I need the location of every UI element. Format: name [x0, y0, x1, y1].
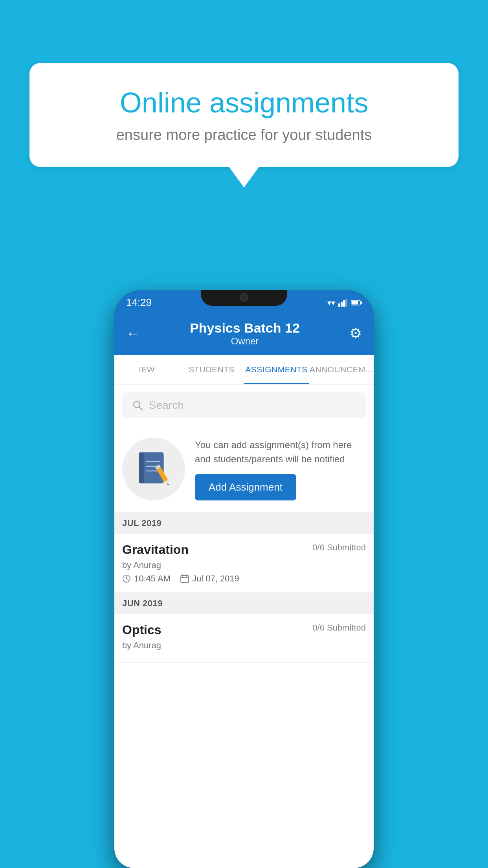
- assignment-right: You can add assignment(s) from here and …: [195, 438, 366, 500]
- meta-time-text: 10:45 AM: [134, 574, 171, 584]
- tab-view[interactable]: IEW: [114, 355, 179, 384]
- svg-rect-5: [360, 302, 362, 304]
- tab-students[interactable]: STUDENTS: [179, 355, 244, 384]
- add-assignment-button[interactable]: Add Assignment: [195, 474, 296, 500]
- meta-time: 10:45 AM: [122, 574, 171, 584]
- assignment-name: Gravitation: [122, 542, 189, 557]
- signal-icon: [338, 299, 348, 307]
- header-center: Physics Batch 12 Owner: [190, 320, 300, 347]
- calendar-icon: [180, 574, 189, 583]
- assignment-author: by Anurag: [122, 560, 366, 570]
- submitted-count: 0/6 Submitted: [312, 542, 366, 553]
- tab-announcements[interactable]: ANNOUNCEM...: [309, 355, 374, 384]
- back-button[interactable]: ←: [126, 325, 140, 342]
- battery-icon: [351, 300, 362, 306]
- assignment-optics-author: by Anurag: [122, 640, 366, 651]
- speech-bubble: Online assignments ensure more practice …: [29, 63, 459, 167]
- meta-date: Jul 07, 2019: [180, 574, 239, 584]
- assignment-item-optics-top: Optics 0/6 Submitted: [122, 623, 366, 637]
- assignment-item-optics[interactable]: Optics 0/6 Submitted by Anurag: [114, 614, 374, 663]
- header-title: Physics Batch 12: [190, 320, 300, 336]
- tab-assignments[interactable]: ASSIGNMENTS: [244, 355, 309, 384]
- phone-frame: 14:29 ▾▾ ← Physics Batch 12 Owner: [114, 290, 374, 868]
- svg-rect-10: [139, 452, 144, 483]
- assignment-icon-circle: [122, 438, 185, 500]
- svg-rect-1: [341, 302, 343, 307]
- section-header-jun: JUN 2019: [114, 593, 374, 614]
- svg-rect-21: [181, 576, 189, 583]
- assignment-item-top: Gravitation 0/6 Submitted: [122, 542, 366, 557]
- svg-rect-2: [343, 300, 345, 307]
- app-header: ← Physics Batch 12 Owner ⚙: [114, 312, 374, 355]
- tab-bar: IEW STUDENTS ASSIGNMENTS ANNOUNCEM...: [114, 355, 374, 384]
- content-area: Search: [114, 384, 374, 868]
- front-camera: [240, 293, 248, 302]
- svg-line-20: [127, 579, 128, 579]
- svg-rect-3: [345, 299, 347, 307]
- wifi-icon: ▾▾: [327, 298, 335, 307]
- status-icons: ▾▾: [327, 298, 362, 307]
- svg-rect-0: [338, 303, 340, 307]
- speech-bubble-title: Online assignments: [57, 86, 431, 119]
- search-icon: [132, 400, 143, 411]
- svg-line-8: [139, 407, 142, 410]
- settings-button[interactable]: ⚙: [349, 325, 362, 342]
- speech-bubble-container: Online assignments ensure more practice …: [29, 63, 459, 167]
- assignment-item-gravitation[interactable]: Gravitation 0/6 Submitted by Anurag 10:4…: [114, 534, 374, 593]
- clock-icon: [122, 574, 131, 583]
- header-subtitle: Owner: [190, 336, 300, 347]
- meta-date-text: Jul 07, 2019: [192, 574, 239, 584]
- assignment-meta: 10:45 AM Jul 07, 2019: [122, 574, 366, 584]
- notebook-pencil-icon: [137, 451, 171, 488]
- assignment-optics-name: Optics: [122, 623, 161, 637]
- status-time: 14:29: [126, 296, 152, 309]
- speech-bubble-subtitle: ensure more practice for your students: [57, 127, 431, 143]
- phone-notch: [201, 290, 287, 306]
- svg-rect-6: [352, 301, 358, 304]
- search-input-placeholder: Search: [149, 399, 184, 412]
- assignment-description: You can add assignment(s) from here and …: [195, 438, 366, 466]
- assignment-optics-submitted: 0/6 Submitted: [312, 623, 366, 633]
- search-bar[interactable]: Search: [122, 392, 366, 418]
- section-header-jul: JUL 2019: [114, 513, 374, 534]
- add-assignment-section: You can add assignment(s) from here and …: [114, 426, 374, 513]
